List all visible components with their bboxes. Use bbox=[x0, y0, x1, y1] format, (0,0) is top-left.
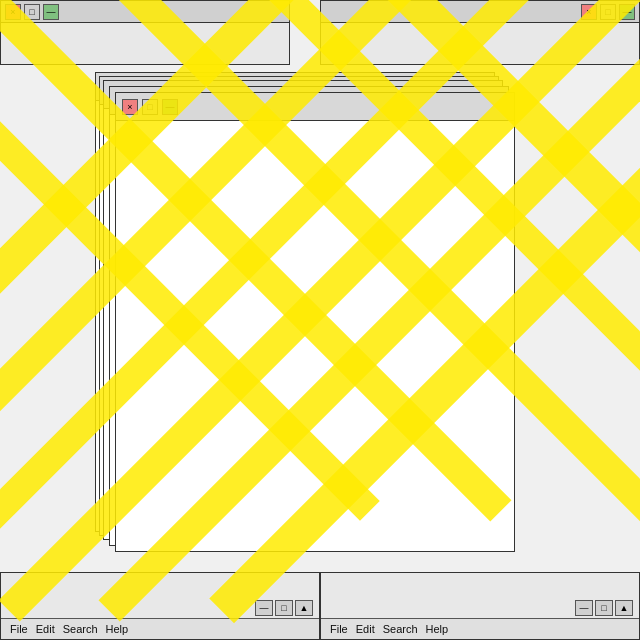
btn-br-3[interactable]: ▲ bbox=[615, 600, 633, 616]
window-topright: × □ — bbox=[320, 0, 640, 65]
minimize-button-topleft[interactable]: — bbox=[43, 4, 59, 20]
menu-search-bl[interactable]: Search bbox=[60, 622, 101, 636]
titlebar-topleft: × □ — bbox=[1, 1, 289, 23]
close-button-topright[interactable]: × bbox=[581, 4, 597, 20]
bottom-bar-left: — □ ▲ File Edit Search Help bbox=[1, 573, 319, 639]
window-topleft: × □ — bbox=[0, 0, 290, 65]
titlebar-topright: × □ — bbox=[321, 1, 639, 23]
menu-help-br[interactable]: Help bbox=[423, 622, 452, 636]
minimize-button-topright[interactable]: — bbox=[619, 4, 635, 20]
menubar-bottomright: File Edit Search Help bbox=[321, 618, 639, 639]
window-bottomleft: — □ ▲ File Edit Search Help bbox=[0, 572, 320, 640]
menu-edit-br[interactable]: Edit bbox=[353, 622, 378, 636]
btn-bl-2[interactable]: □ bbox=[275, 600, 293, 616]
buttons-row-br: — □ ▲ bbox=[321, 596, 639, 618]
menu-search-br[interactable]: Search bbox=[380, 622, 421, 636]
menu-file-br[interactable]: File bbox=[327, 622, 351, 636]
maximize-button-topleft[interactable]: □ bbox=[24, 4, 40, 20]
bottom-bar-right: — □ ▲ File Edit Search Help bbox=[321, 573, 639, 639]
window-stack-1: × □ — bbox=[115, 92, 515, 552]
maximize-button-topright[interactable]: □ bbox=[600, 4, 616, 20]
close-button-topleft[interactable]: × bbox=[5, 4, 21, 20]
max-btn-s1[interactable]: □ bbox=[142, 99, 158, 115]
btn-bl-1[interactable]: — bbox=[255, 600, 273, 616]
min-btn-s1[interactable]: — bbox=[162, 99, 178, 115]
btn-br-2[interactable]: □ bbox=[595, 600, 613, 616]
btn-bl-3[interactable]: ▲ bbox=[295, 600, 313, 616]
menu-edit-bl[interactable]: Edit bbox=[33, 622, 58, 636]
body-s1 bbox=[116, 121, 514, 551]
menubar-bottomleft: File Edit Search Help bbox=[1, 618, 319, 639]
menu-help-bl[interactable]: Help bbox=[103, 622, 132, 636]
close-btn-s1[interactable]: × bbox=[122, 99, 138, 115]
scene: × □ — × □ — × □ — × □ — bbox=[0, 0, 640, 640]
window-bottomright: — □ ▲ File Edit Search Help bbox=[320, 572, 640, 640]
menu-file-bl[interactable]: File bbox=[7, 622, 31, 636]
titlebar-stack-1: × □ — bbox=[116, 93, 514, 121]
buttons-row-bl: — □ ▲ bbox=[1, 596, 319, 618]
btn-br-1[interactable]: — bbox=[575, 600, 593, 616]
stacked-windows: × □ — × □ — × □ — × □ bbox=[95, 72, 525, 562]
